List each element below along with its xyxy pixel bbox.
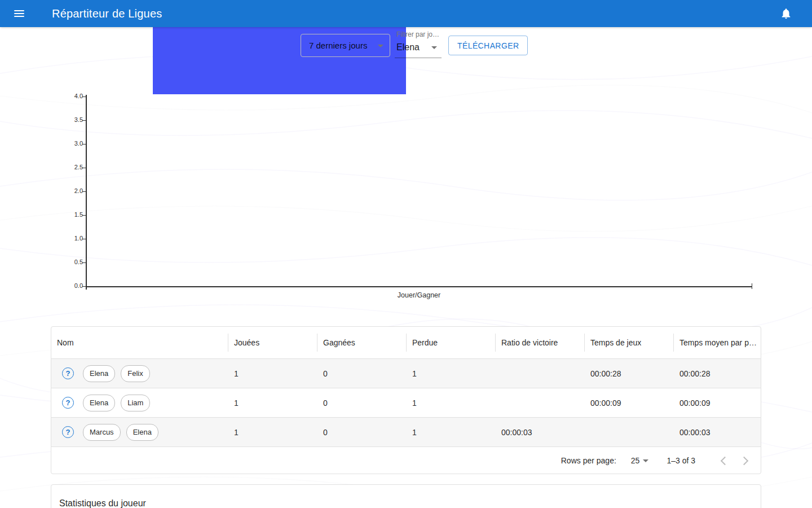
player-chip: Felix (121, 365, 149, 382)
download-button[interactable]: TÉLÉCHARGER (448, 36, 528, 55)
column-header-nom[interactable]: Nom (51, 327, 228, 358)
page-title: Répartiteur de Ligues (52, 7, 162, 20)
hamburger-icon (14, 8, 24, 19)
player-filter-label: Filtrer par jo… (396, 30, 442, 38)
notifications-button[interactable] (778, 6, 794, 21)
column-header-gagnees[interactable]: Gagnées (317, 327, 407, 358)
column-header-jouees[interactable]: Jouées (228, 327, 317, 358)
cell-gagnees: 0 (317, 388, 407, 417)
y-tick-label: 2.5 (60, 164, 83, 170)
help-icon[interactable]: ? (62, 397, 74, 409)
x-axis-end-tick (752, 283, 753, 289)
table-pagination: Rows per page: 25 1–3 of 3 (51, 447, 761, 474)
table-row[interactable]: ? Marcus Elena 1 0 1 00:00:03 00:00:03 (51, 418, 761, 447)
cell-temps-moyen: 00:00:28 (674, 359, 762, 388)
chevron-down-icon (643, 459, 648, 462)
table-header-row: Nom Jouées Gagnées Perdue Ratio de victo… (51, 327, 761, 359)
results-table-card: Nom Jouées Gagnées Perdue Ratio de victo… (51, 326, 761, 474)
player-chip: Elena (83, 365, 115, 382)
player-chip: Marcus (83, 424, 121, 441)
x-axis-category-label: Jouer/Gagner (334, 291, 504, 299)
cell-jouees: 1 (228, 418, 317, 446)
y-tick-label: 2.0 (60, 187, 83, 194)
cell-ratio (496, 359, 585, 388)
previous-page-button[interactable] (716, 453, 731, 468)
help-icon[interactable]: ? (62, 426, 74, 438)
cell-ratio (496, 388, 585, 417)
y-tick-label: 3.0 (60, 140, 83, 147)
y-tick-label: 1.0 (60, 235, 83, 242)
y-tick-label: 3.5 (60, 116, 83, 123)
chevron-left-icon (720, 456, 729, 465)
chevron-down-icon (431, 46, 437, 49)
help-icon[interactable]: ? (62, 367, 74, 379)
date-range-value: 7 derniers jours (309, 41, 367, 50)
column-header-temps-moyen[interactable]: Temps moyen par p… (674, 327, 762, 358)
rows-per-page-value: 25 (631, 456, 640, 465)
cell-temps-de-jeux: 00:00:28 (585, 359, 674, 388)
table-row[interactable]: ? Elena Felix 1 0 1 00:00:28 00:00:28 (51, 359, 761, 388)
rows-per-page-select[interactable]: 25 (631, 456, 649, 465)
cell-jouees: 1 (228, 359, 317, 388)
y-tick-label: 1.5 (60, 211, 83, 218)
table-row[interactable]: ? Elena Liam 1 0 1 00:00:09 00:00:09 (51, 388, 761, 418)
y-tick-label: 0.0 (60, 282, 83, 289)
menu-button[interactable] (11, 6, 27, 21)
cell-temps-moyen: 00:00:09 (674, 388, 762, 417)
date-range-select[interactable]: 7 derniers jours (301, 34, 390, 57)
chevron-right-icon (739, 456, 748, 465)
player-stats-card: Statistiques du joueur (51, 484, 761, 508)
cell-temps-de-jeux: 00:00:03 (496, 418, 585, 446)
y-tick-label: 0.5 (60, 259, 83, 265)
player-chip: Elena (126, 424, 158, 441)
y-tick-label: 4.0 (60, 93, 83, 99)
cell-jouees: 1 (228, 388, 317, 417)
x-axis-line (86, 286, 752, 287)
cell-temps-de-jeux: 00:00:09 (585, 388, 674, 417)
chevron-down-icon (378, 45, 383, 47)
cell-ratio (585, 418, 674, 446)
next-page-button[interactable] (737, 453, 753, 468)
player-stats-title: Statistiques du joueur (59, 498, 753, 508)
column-header-perdue[interactable]: Perdue (407, 327, 496, 358)
app-bar: Répartiteur de Ligues (0, 0, 812, 27)
player-filter-value: Elena (396, 42, 420, 52)
page: Répartiteur de Ligues 7 derniers jours F… (0, 0, 812, 508)
cell-gagnees: 0 (317, 418, 407, 446)
cell-perdue: 1 (407, 359, 496, 388)
pagination-range: 1–3 of 3 (667, 456, 695, 465)
player-chip: Elena (83, 395, 115, 411)
cell-perdue: 1 (407, 418, 496, 446)
player-filter-select[interactable]: Filtrer par jo… Elena (395, 30, 442, 58)
column-header-temps-de-jeux[interactable]: Temps de jeux (585, 327, 674, 358)
y-axis-line (86, 95, 87, 290)
cell-temps-moyen: 00:00:03 (674, 418, 762, 446)
rows-per-page-label: Rows per page: (561, 456, 616, 465)
player-chip: Liam (121, 395, 150, 411)
column-header-ratio[interactable]: Ratio de victoire (496, 327, 585, 358)
cell-perdue: 1 (407, 388, 496, 417)
cell-gagnees: 0 (317, 359, 407, 388)
bell-icon (780, 7, 792, 20)
